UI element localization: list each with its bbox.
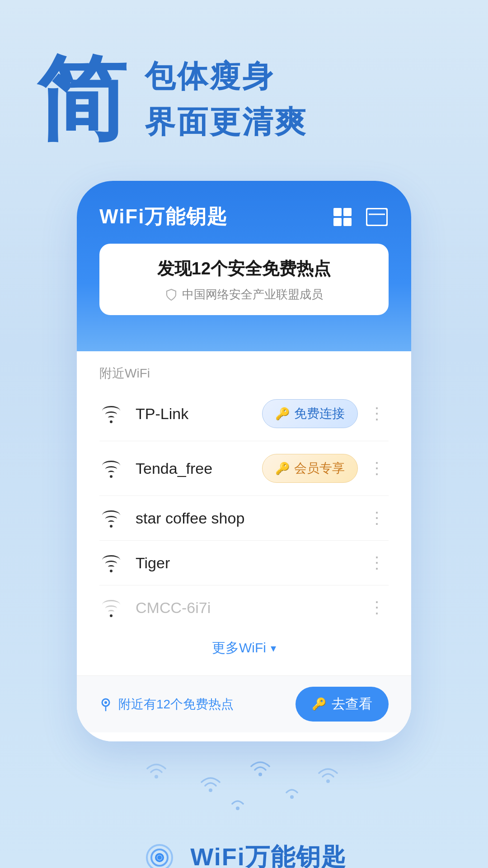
wifi-signal-star-coffee <box>99 509 123 528</box>
wifi-name-tiger: Tiger <box>136 554 352 572</box>
wifi-name-cmcc: CMCC-6i7i <box>136 599 352 617</box>
svg-point-9 <box>236 807 239 810</box>
tagline-line-2: 界面更清爽 <box>145 102 307 143</box>
more-menu-button[interactable]: ⋮ <box>365 598 389 617</box>
big-char: 简 <box>36 54 127 145</box>
wifi-signal-tp-link <box>99 404 123 423</box>
wifi-name-tenda: Tenda_free <box>136 460 249 477</box>
hotspot-card: 发现12个安全免费热点 中国网络安全产业联盟成员 <box>99 244 389 315</box>
top-section: 简 包体瘦身 界面更清爽 <box>0 0 488 172</box>
scatter-wifi-2 <box>199 773 222 793</box>
hotspot-sub: 中国网络安全产业联盟成员 <box>117 287 371 302</box>
wifi-scatter <box>108 755 380 827</box>
brand-name: WiFi万能钥匙 <box>190 841 346 868</box>
scatter-wifi-4 <box>280 780 304 800</box>
broadcast-arc-large <box>146 844 173 868</box>
tagline-line-1: 包体瘦身 <box>145 56 307 97</box>
more-menu-button[interactable]: ⋮ <box>365 509 389 528</box>
location-text: 附近有12个免费热点 <box>99 696 234 713</box>
qr-dot <box>343 218 352 226</box>
wifi-item-tenda[interactable]: Tenda_free 🔑 会员专享 ⋮ <box>99 441 389 496</box>
more-menu-button[interactable]: ⋮ <box>365 459 389 478</box>
member-label: 会员专享 <box>294 460 345 477</box>
key-icon: 🔑 <box>275 407 290 421</box>
wifi-name-star-coffee: star coffee shop <box>136 509 352 527</box>
wifi-arcs <box>100 509 122 528</box>
app-body: 附近WiFi TP-Link <box>77 351 411 741</box>
wifi-signal-tenda <box>99 459 123 478</box>
app-title: WiFi万能钥匙 <box>99 203 228 230</box>
scan-icon <box>366 208 388 226</box>
wifi-action-star-coffee: ⋮ <box>365 509 389 528</box>
wifi-list: TP-Link 🔑 免费连接 ⋮ <box>99 387 389 630</box>
bottom-bar: 附近有12个免费热点 🔑 去查看 <box>77 675 411 732</box>
tagline: 包体瘦身 界面更清爽 <box>145 56 307 143</box>
wifi-item-cmcc[interactable]: CMCC-6i7i ⋮ <box>99 585 389 630</box>
wifi-arcs <box>100 554 122 572</box>
free-connect-button[interactable]: 🔑 免费连接 <box>262 399 358 428</box>
wifi-arcs <box>100 405 122 423</box>
wifi-item-tp-link[interactable]: TP-Link 🔑 免费连接 ⋮ <box>99 387 389 441</box>
wifi-action-cmcc: ⋮ <box>365 598 389 617</box>
key-icon: 🔑 <box>312 697 326 711</box>
nearby-section: 附近WiFi TP-Link <box>77 351 411 675</box>
arc-small <box>108 565 114 569</box>
wifi-arcs <box>100 599 122 617</box>
wifi-action-tiger: ⋮ <box>365 553 389 572</box>
nearby-label: 附近WiFi <box>99 365 389 382</box>
scatter-wifi-6 <box>226 791 249 811</box>
hotspot-title: 发现12个安全免费热点 <box>117 257 371 280</box>
brand-footer: WiFi万能钥匙 <box>141 841 346 868</box>
shield-icon <box>165 288 178 301</box>
bottom-section: WiFi万能钥匙 <box>0 755 488 868</box>
header-icons <box>331 205 389 229</box>
svg-rect-0 <box>366 208 387 226</box>
bottom-text: 附近有12个免费热点 <box>118 696 234 713</box>
wifi-signal-tiger <box>99 553 123 572</box>
more-wifi-label: 更多WiFi <box>212 639 266 657</box>
arc-small <box>108 416 114 420</box>
arc-small <box>108 520 114 524</box>
more-wifi-button[interactable]: 更多WiFi ▾ <box>212 639 276 657</box>
app-header-top: WiFi万能钥匙 <box>99 203 389 230</box>
qr-dot <box>333 218 342 226</box>
location-icon <box>99 697 112 712</box>
scatter-wifi-5 <box>316 764 340 784</box>
scan-button[interactable] <box>365 205 389 229</box>
go-see-button[interactable]: 🔑 去查看 <box>296 687 389 722</box>
phone-mockup: WiFi万能钥匙 <box>77 181 411 741</box>
free-connect-label: 免费连接 <box>294 405 345 422</box>
wifi-item-tiger[interactable]: Tiger ⋮ <box>99 541 389 585</box>
wifi-name-tp-link: TP-Link <box>136 405 249 423</box>
svg-point-4 <box>155 775 158 778</box>
svg-point-6 <box>258 773 262 776</box>
svg-point-8 <box>326 779 330 783</box>
broadcast-icon <box>141 842 178 868</box>
qr-dot <box>343 208 352 216</box>
arc-small <box>108 471 114 474</box>
qr-icon <box>333 208 352 226</box>
more-menu-button[interactable]: ⋮ <box>365 404 389 423</box>
svg-point-5 <box>209 788 212 792</box>
more-wifi-row: 更多WiFi ▾ <box>99 630 389 671</box>
scatter-wifi-3 <box>249 757 272 777</box>
more-menu-button[interactable]: ⋮ <box>365 553 389 572</box>
wifi-arcs <box>100 460 122 478</box>
app-header: WiFi万能钥匙 <box>77 181 411 351</box>
svg-point-7 <box>290 795 294 799</box>
scatter-wifi-1 <box>145 760 168 779</box>
member-connect-button[interactable]: 🔑 会员专享 <box>262 454 358 483</box>
hotspot-sub-text: 中国网络安全产业联盟成员 <box>182 287 323 302</box>
wifi-item-star-coffee[interactable]: star coffee shop ⋮ <box>99 496 389 541</box>
wifi-action-tp-link: 🔑 免费连接 ⋮ <box>262 399 389 428</box>
wifi-signal-cmcc <box>99 598 123 617</box>
qr-button[interactable] <box>331 205 354 229</box>
arc-small-faded <box>108 610 114 613</box>
wifi-action-tenda: 🔑 会员专享 ⋮ <box>262 454 389 483</box>
chevron-down-icon: ▾ <box>271 642 276 655</box>
key-icon: 🔑 <box>275 462 290 476</box>
phone-wrapper: WiFi万能钥匙 <box>0 181 488 741</box>
go-see-label: 去查看 <box>332 695 372 713</box>
svg-point-3 <box>104 701 107 704</box>
qr-dot <box>333 208 342 216</box>
